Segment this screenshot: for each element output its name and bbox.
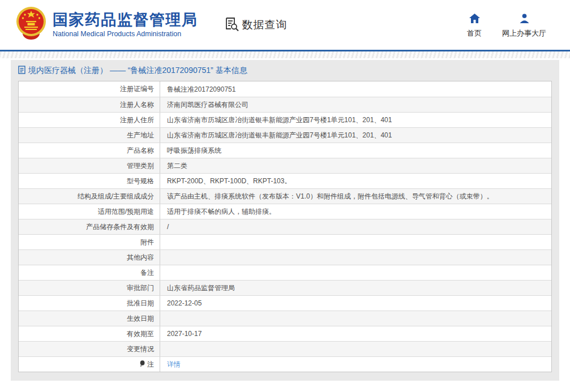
table-row: 生效日期	[19, 311, 551, 326]
row-label: 生效日期	[19, 311, 160, 326]
row-value: 济南闰凯医疗器械有限公司	[160, 97, 551, 112]
org-name-en: National Medical Products Administration	[53, 30, 198, 38]
row-label: 结构及组成/主要组成成分	[19, 189, 160, 204]
row-label: 适用范围/预期用途	[19, 204, 160, 219]
row-value: 详情	[160, 357, 551, 372]
table-row: 管理类别第二类	[19, 158, 551, 173]
table-row: 注册证编号鲁械注准20172090751	[19, 81, 551, 97]
row-value: 第二类	[160, 158, 551, 173]
nav-home-label: 首页	[467, 28, 482, 38]
row-value: 呼吸振荡排痰系统	[160, 143, 551, 158]
row-label: 注册证编号	[19, 81, 160, 97]
nav-item-home[interactable]: 首页	[467, 14, 482, 38]
row-value: 适用于排痰不畅的病人，辅助排痰。	[160, 204, 551, 219]
table-row: 生产地址山东省济南市历城区唐冶街道银丰新能源产业园7号楼1单元101、201、4…	[19, 127, 551, 143]
row-value: 2027-10-17	[160, 326, 551, 341]
table-row: 批准日期2022-12-05	[19, 295, 551, 311]
row-label: 审批部门	[19, 281, 160, 295]
page-icon	[18, 66, 25, 76]
table-row: 变更情况	[19, 341, 551, 356]
row-label: 批准日期	[19, 296, 160, 311]
row-label: 注	[19, 357, 160, 372]
row-value	[160, 235, 551, 249]
org-name-cn: 国家药品监督管理局	[53, 12, 198, 29]
table-row: 审批部门山东省药品监督管理局	[19, 280, 551, 295]
content-panel: 境内医疗器械（注册） —— “鲁械注准20172090751” 基本信息 注册证…	[11, 60, 559, 381]
row-value: 山东省济南市历城区唐冶街道银丰新能源产业园7号楼1单元101、201、401	[160, 113, 551, 127]
national-emblem-logo	[16, 6, 46, 44]
row-label: 其他内容	[19, 250, 160, 265]
table-row: 注册人名称济南闰凯医疗器械有限公司	[19, 97, 551, 112]
row-label: 注册人住所	[19, 113, 160, 127]
row-value: 鲁械注准20172090751	[160, 81, 551, 97]
row-value	[160, 311, 551, 326]
row-label: 生产地址	[19, 128, 160, 143]
row-label: 备注	[19, 265, 160, 280]
row-value: 该产品由主机、排痰系统软件（发布版本：V1.0）和附件组成，附件包括电源线、导气…	[160, 189, 551, 204]
user-icon	[519, 14, 530, 28]
row-value: 山东省药品监督管理局	[160, 281, 551, 295]
row-label: 注册人名称	[19, 97, 160, 112]
table-row: 注册人住所山东省济南市历城区唐冶街道银丰新能源产业园7号楼1单元101、201、…	[19, 112, 551, 127]
table-row: 注详情	[19, 356, 551, 372]
nav-hall-label: 网上办事大厅	[502, 28, 546, 38]
info-table: 注册证编号鲁械注准20172090751注册人名称济南闰凯医疗器械有限公司注册人…	[18, 81, 552, 372]
table-row: 产品储存条件及有效期/	[19, 219, 551, 234]
row-label: 管理类别	[19, 158, 160, 173]
page-title-bar: 境内医疗器械（注册） —— “鲁械注准20172090751” 基本信息	[11, 60, 559, 81]
row-label: 型号规格	[19, 174, 160, 188]
row-label: 产品名称	[19, 143, 160, 158]
table-row: 附件	[19, 234, 551, 249]
row-value	[160, 342, 551, 356]
decorative-stripe-band	[0, 51, 570, 58]
table-row: 有效期至2027-10-17	[19, 326, 551, 341]
row-label: 产品储存条件及有效期	[19, 219, 160, 234]
data-query-section[interactable]: 数据查询	[224, 16, 288, 34]
table-row: 型号规格RKPT-200D、RKPT-100D、RKPT-103。	[19, 173, 551, 188]
row-value: 山东省济南市历城区唐冶街道银丰新能源产业园7号楼1单元101、201、401	[160, 128, 551, 143]
row-value	[160, 250, 551, 265]
row-value: RKPT-200D、RKPT-100D、RKPT-103。	[160, 174, 551, 188]
detail-link[interactable]: 详情	[167, 359, 181, 369]
home-icon	[469, 14, 480, 28]
row-value: 2022-12-05	[160, 296, 551, 311]
nav-item-service-hall[interactable]: 网上办事大厅	[502, 14, 546, 38]
table-row: 备注	[19, 265, 551, 280]
pin-icon	[140, 360, 145, 369]
site-header: 国家药品监督管理局 National Medical Products Admi…	[0, 0, 570, 50]
document-search-icon	[224, 16, 239, 34]
row-label: 附件	[19, 235, 160, 249]
table-row: 适用范围/预期用途适用于排痰不畅的病人，辅助排痰。	[19, 204, 551, 219]
data-query-label: 数据查询	[242, 18, 288, 32]
table-row: 结构及组成/主要组成成分该产品由主机、排痰系统软件（发布版本：V1.0）和附件组…	[19, 188, 551, 204]
row-value	[160, 265, 551, 280]
row-value: /	[160, 219, 551, 234]
table-row: 产品名称呼吸振荡排痰系统	[19, 143, 551, 158]
page-title: 境内医疗器械（注册） —— “鲁械注准20172090751” 基本信息	[28, 66, 247, 76]
brand-block: 国家药品监督管理局 National Medical Products Admi…	[53, 12, 198, 38]
row-label: 有效期至	[19, 326, 160, 341]
row-label: 变更情况	[19, 342, 160, 356]
header-nav: 首页 网上办事大厅	[467, 14, 546, 38]
table-row: 其他内容	[19, 249, 551, 265]
